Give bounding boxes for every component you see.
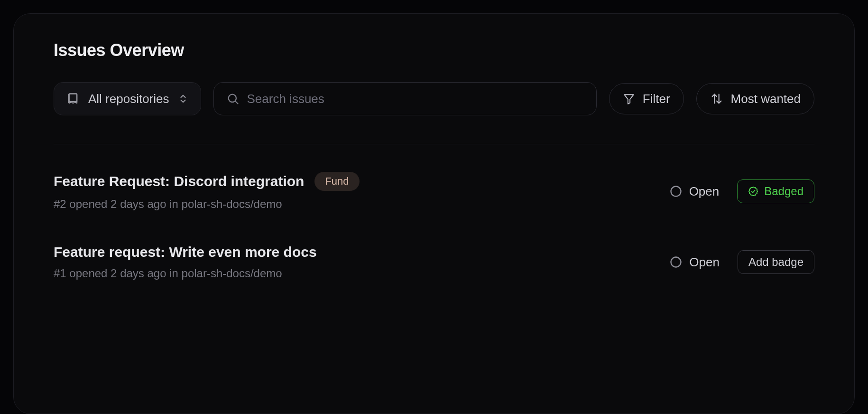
badged-button[interactable]: Badged	[737, 179, 814, 203]
issue-status: Open	[669, 255, 720, 270]
open-status-icon	[669, 185, 683, 198]
issue-actions: Open Add badge	[669, 250, 814, 274]
chevron-up-down-icon	[178, 93, 188, 105]
svg-point-4	[671, 257, 681, 267]
svg-marker-2	[624, 94, 634, 104]
page-title: Issues Overview	[54, 40, 814, 60]
issue-row: Feature Request: Discord integration Fun…	[54, 172, 814, 211]
issue-status-label: Open	[689, 255, 720, 270]
badge-button-label: Badged	[764, 185, 803, 198]
sort-button[interactable]: Most wanted	[696, 83, 814, 114]
svg-point-3	[671, 187, 681, 197]
issue-status-label: Open	[689, 184, 720, 199]
add-badge-button[interactable]: Add badge	[738, 250, 814, 274]
sort-button-label: Most wanted	[731, 92, 801, 106]
filter-button[interactable]: Filter	[609, 83, 684, 114]
issue-title-line: Feature request: Write even more docs	[54, 244, 317, 260]
issue-status: Open	[669, 184, 720, 199]
filter-icon	[623, 93, 635, 105]
issue-title[interactable]: Feature request: Write even more docs	[54, 244, 317, 260]
check-badge-icon	[748, 186, 758, 197]
search-icon	[226, 92, 240, 105]
fund-badge[interactable]: Fund	[314, 172, 359, 191]
issue-title[interactable]: Feature Request: Discord integration	[54, 173, 304, 189]
sort-icon	[710, 92, 723, 105]
badge-button-label: Add badge	[748, 255, 803, 269]
repository-selector[interactable]: All repositories	[54, 82, 201, 115]
search-field[interactable]	[213, 82, 597, 115]
issue-title-line: Feature Request: Discord integration Fun…	[54, 172, 360, 191]
divider	[54, 144, 814, 144]
issue-meta: #2 opened 2 days ago in polar-sh-docs/de…	[54, 198, 360, 211]
issue-content: Feature Request: Discord integration Fun…	[54, 172, 360, 211]
filter-button-label: Filter	[643, 92, 670, 106]
issue-content: Feature request: Write even more docs #1…	[54, 244, 317, 280]
issue-row: Feature request: Write even more docs #1…	[54, 244, 814, 280]
issue-actions: Open Badged	[669, 179, 814, 203]
repository-selector-label: All repositories	[88, 92, 169, 106]
search-input[interactable]	[247, 92, 584, 106]
open-status-icon	[669, 255, 683, 269]
svg-line-1	[235, 101, 238, 104]
repository-icon	[66, 92, 80, 105]
issue-meta: #1 opened 2 days ago in polar-sh-docs/de…	[54, 267, 317, 280]
issues-panel: Issues Overview All repositories	[13, 13, 855, 414]
toolbar: All repositories Filter	[54, 82, 814, 115]
